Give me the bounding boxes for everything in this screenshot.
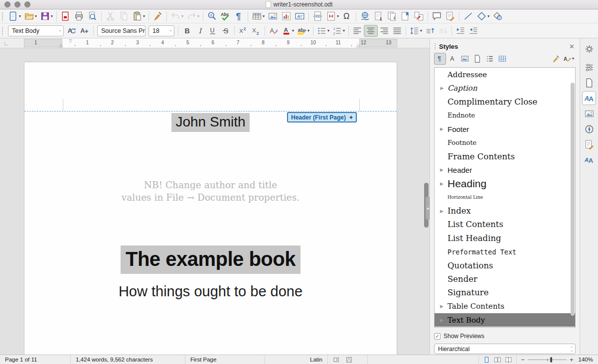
sidebar-collapse-handle[interactable]: ◂	[426, 197, 430, 220]
new-style-button[interactable]: A	[78, 25, 91, 37]
style-item-horizontal-line[interactable]: Horizontal Line	[435, 191, 575, 204]
dock-tab-navigator-deck[interactable]	[582, 122, 596, 136]
redo-button[interactable]: ▾	[185, 10, 201, 22]
font-name-combobox[interactable]: Source Sans Pro ⌄	[97, 25, 146, 36]
expander-icon[interactable]: ▶	[440, 209, 444, 214]
first-line-indent-marker[interactable]: ▽	[69, 39, 72, 43]
dropdown-arrow-icon[interactable]: ▾	[420, 29, 422, 33]
show-previews-checkbox[interactable]: ✓	[434, 333, 441, 340]
find-and-replace-button[interactable]: d	[205, 10, 219, 22]
close-icon[interactable]: ✕	[568, 43, 576, 50]
left-indent-marker[interactable]: △	[59, 43, 63, 48]
tab-page-styles[interactable]	[471, 53, 483, 65]
basic-shapes-button[interactable]: ▾	[475, 10, 491, 22]
tab-list-styles[interactable]	[484, 53, 496, 65]
styles-list-scrollbar[interactable]	[571, 83, 575, 316]
formatting-marks-button[interactable]: ¶	[232, 10, 246, 22]
dropdown-arrow-icon[interactable]: ▾	[292, 29, 294, 33]
style-item-heading[interactable]: ▶Heading	[435, 177, 575, 190]
text-language-status[interactable]: Latin	[265, 355, 328, 364]
align-center-button[interactable]	[364, 25, 378, 37]
dropdown-arrow-icon[interactable]: ▾	[327, 29, 329, 33]
track-changes-button[interactable]	[444, 10, 457, 22]
style-item-sender[interactable]: Sender	[435, 272, 575, 286]
style-item-header[interactable]: ▶Header	[435, 163, 575, 177]
dock-tab-styles-deck[interactable]: AA	[582, 91, 596, 105]
decrease-paragraph-spacing-button[interactable]	[437, 25, 449, 37]
dropdown-arrow-icon[interactable]: ▾	[487, 14, 489, 18]
paragraph-style-combobox[interactable]: Text Body ⌄	[8, 25, 64, 36]
dropdown-arrow-icon[interactable]: ▾	[51, 14, 53, 18]
expander-icon[interactable]: ▶	[440, 304, 444, 309]
export-pdf-button[interactable]	[59, 10, 72, 22]
update-style-button[interactable]: A	[65, 25, 78, 37]
document-canvas[interactable]: John Smith Header (First Page) + NB! Cha…	[0, 48, 430, 355]
zoom-level[interactable]: 140%	[578, 357, 598, 363]
font-size-combobox[interactable]: 18 ⌄	[149, 25, 174, 36]
plus-icon[interactable]: +	[349, 114, 353, 121]
font-color-button[interactable]: A▾	[280, 25, 296, 37]
style-item-complimentary-close[interactable]: Complimentary Close	[435, 95, 575, 109]
new-document-button[interactable]: ▾	[6, 10, 22, 22]
page[interactable]: John Smith Header (First Page) + NB! Cha…	[24, 62, 397, 355]
expander-icon[interactable]: ▶	[440, 181, 444, 186]
insert-endnote-button[interactable]: i	[385, 10, 399, 22]
clear-formatting-button[interactable]: A	[267, 25, 280, 37]
insert-bookmark-button[interactable]	[399, 10, 412, 22]
decrease-indent-button[interactable]	[467, 25, 480, 37]
bold-button[interactable]: B	[180, 25, 193, 37]
cut-button[interactable]	[104, 10, 117, 22]
insert-line-button[interactable]	[461, 10, 475, 22]
line-spacing-button[interactable]: ▾	[408, 25, 424, 37]
style-item-index[interactable]: ▶Index	[435, 204, 575, 218]
style-item-preformatted-text[interactable]: Preformatted Text	[435, 245, 575, 258]
page-style-status[interactable]: First Page	[185, 355, 265, 364]
insert-footnote-button[interactable]: 1	[372, 10, 385, 22]
style-item-caption[interactable]: ▶Caption	[435, 81, 575, 95]
close-window-button[interactable]	[4, 1, 10, 7]
insert-text-box-button[interactable]: A	[293, 10, 306, 22]
style-item-addressee[interactable]: Addressee	[435, 68, 575, 81]
word-count-status[interactable]: 1,424 words, 9,562 characters	[71, 355, 185, 364]
insert-cross-reference-button[interactable]	[412, 10, 426, 22]
zoom-slider-track[interactable]	[528, 357, 567, 363]
zoom-out-button[interactable]: −	[521, 356, 525, 364]
style-item-table-contents[interactable]: ▶Table Contents	[435, 300, 575, 313]
print-preview-button[interactable]	[86, 10, 99, 22]
toolbar-grip[interactable]	[1, 12, 4, 21]
style-item-endnote[interactable]: Endnote	[435, 109, 575, 122]
print-button[interactable]	[72, 10, 86, 22]
style-item-frame-contents[interactable]: Frame Contents	[435, 149, 575, 163]
underline-button[interactable]: U	[206, 25, 219, 37]
dropdown-arrow-icon[interactable]: ▾	[343, 29, 345, 33]
style-item-list-contents[interactable]: List Contents	[435, 218, 575, 231]
clone-formatting-button[interactable]	[151, 10, 164, 22]
dropdown-arrow-icon[interactable]: ▾	[263, 14, 265, 18]
align-right-button[interactable]	[378, 25, 391, 37]
superscript-button[interactable]: X2	[237, 25, 250, 37]
ordered-list-button[interactable]: 12▾	[331, 25, 346, 37]
style-item-footer[interactable]: ▶Footer	[435, 122, 575, 136]
dock-tab-page-deck[interactable]	[582, 76, 596, 90]
dropdown-arrow-icon[interactable]: ▾	[143, 14, 145, 18]
right-indent-marker[interactable]: △	[356, 43, 360, 48]
italic-button[interactable]: I	[193, 25, 206, 37]
style-item-footnote[interactable]: Footnote	[435, 136, 575, 149]
single-page-view-button[interactable]	[483, 356, 490, 364]
header-author-field[interactable]: John Smith	[171, 113, 249, 132]
dock-tab-sidebar-settings[interactable]	[582, 42, 596, 56]
style-item-quotations[interactable]: Quotations	[435, 258, 575, 272]
insert-field-button[interactable]: ▾	[324, 10, 340, 22]
zoom-window-button[interactable]	[24, 1, 30, 7]
dropdown-arrow-icon[interactable]: ▾	[181, 14, 183, 18]
multi-page-view-button[interactable]	[494, 356, 501, 364]
expander-icon[interactable]: ▶	[440, 86, 444, 91]
book-view-button[interactable]	[505, 356, 512, 364]
dock-tab-style-inspector-deck[interactable]: AA	[582, 153, 596, 167]
fill-format-mode-button[interactable]	[550, 53, 562, 65]
tab-frame-styles[interactable]	[459, 53, 471, 65]
undo-button[interactable]: ▾	[169, 10, 185, 22]
dock-tab-gallery-deck[interactable]	[582, 107, 596, 121]
dropdown-arrow-icon[interactable]: ▾	[197, 14, 199, 18]
paste-button[interactable]: ▾	[131, 10, 147, 22]
